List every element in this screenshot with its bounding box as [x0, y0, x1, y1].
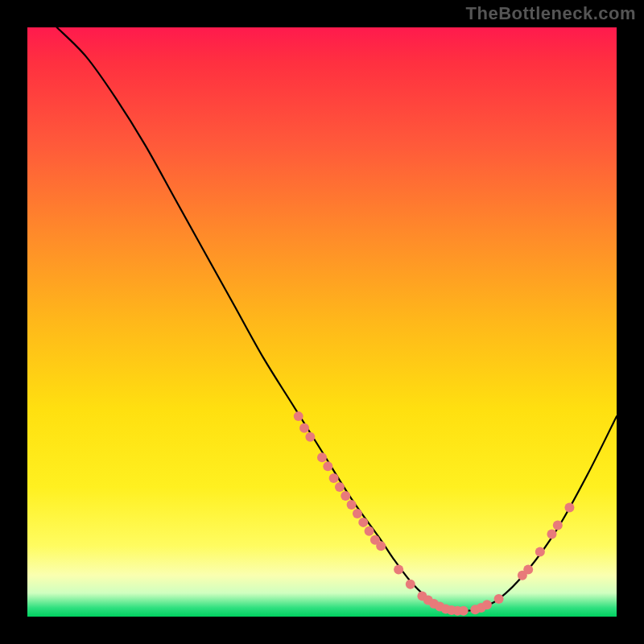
data-marker — [353, 509, 362, 518]
bottleneck-curve — [57, 27, 617, 611]
data-marker — [341, 491, 350, 501]
data-marker — [564, 503, 574, 513]
data-marker — [547, 530, 556, 539]
data-marker — [305, 432, 315, 442]
chart-svg — [27, 27, 617, 617]
data-marker — [347, 500, 357, 510]
data-marker — [535, 547, 545, 556]
data-marker — [494, 594, 504, 604]
data-marker — [365, 526, 374, 536]
data-marker — [299, 423, 309, 433]
data-marker — [394, 564, 403, 574]
plot-area — [27, 27, 617, 617]
data-marker — [406, 580, 415, 589]
watermark-text: TheBottleneck.com — [466, 3, 636, 24]
data-markers — [294, 411, 575, 616]
data-marker — [323, 461, 332, 471]
data-marker — [482, 600, 492, 609]
data-marker — [553, 521, 563, 530]
data-marker — [459, 606, 469, 616]
data-marker — [358, 518, 368, 527]
data-marker — [523, 564, 533, 574]
data-marker — [376, 541, 386, 551]
data-marker — [294, 411, 303, 421]
data-marker — [329, 473, 339, 483]
data-marker — [335, 482, 345, 492]
data-marker — [317, 452, 327, 462]
